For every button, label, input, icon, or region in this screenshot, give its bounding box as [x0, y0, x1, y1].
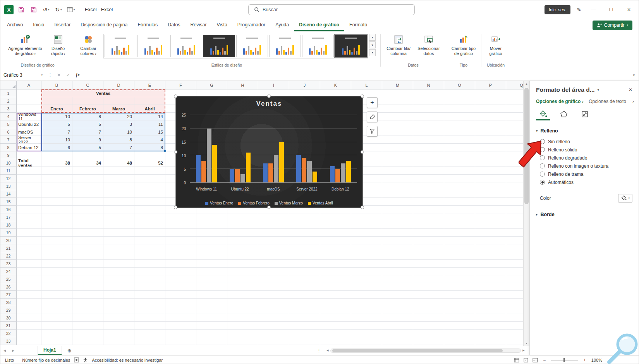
- row-header[interactable]: 16: [0, 206, 17, 213]
- cell[interactable]: [444, 268, 475, 275]
- cell[interactable]: [258, 283, 289, 291]
- fill-color-button[interactable]: ▾: [618, 194, 632, 203]
- ribbon-button-add-chart-element[interactable]: Agregar elemento de gráfico▾: [5, 33, 46, 57]
- cell[interactable]: [413, 167, 444, 175]
- cell[interactable]: 3: [103, 120, 134, 128]
- tab-disposicion-de-pagina[interactable]: Disposición de página: [76, 19, 132, 31]
- cell[interactable]: [227, 283, 258, 291]
- tab-formulas[interactable]: Fórmulas: [133, 19, 163, 31]
- style-thumbnail-5[interactable]: [236, 35, 268, 57]
- row-header[interactable]: 17: [0, 213, 17, 221]
- cell[interactable]: [134, 229, 165, 237]
- formula-bar-grip[interactable]: ⋮: [46, 72, 54, 77]
- zoom-in-button[interactable]: +: [582, 357, 587, 363]
- cell[interactable]: [103, 268, 134, 275]
- cell[interactable]: [17, 175, 41, 182]
- save-as-button[interactable]: [29, 5, 38, 15]
- cell[interactable]: [289, 306, 320, 314]
- bar-ventas-febrero[interactable]: [268, 163, 273, 182]
- cell[interactable]: [413, 237, 444, 244]
- cell[interactable]: [258, 275, 289, 283]
- cell[interactable]: [134, 252, 165, 260]
- cell[interactable]: [196, 314, 227, 322]
- fill-option-relleno-degradado[interactable]: Relleno degradado: [540, 154, 634, 162]
- row-header[interactable]: 31: [0, 322, 17, 330]
- cell[interactable]: [41, 330, 72, 337]
- cell[interactable]: [165, 229, 196, 237]
- cell[interactable]: Ubuntu 22: [17, 120, 41, 128]
- cell[interactable]: [72, 330, 103, 337]
- cell[interactable]: [103, 322, 134, 330]
- cell[interactable]: [196, 229, 227, 237]
- chart-filter-button[interactable]: [367, 126, 378, 137]
- cell[interactable]: [351, 283, 382, 291]
- row-header[interactable]: 26: [0, 283, 17, 291]
- cell[interactable]: [506, 306, 523, 314]
- cell[interactable]: 8: [72, 113, 103, 120]
- row-header[interactable]: 7: [0, 136, 17, 144]
- column-header-p[interactable]: P: [475, 81, 506, 89]
- page-layout-view-icon[interactable]: [523, 358, 529, 362]
- cell[interactable]: [72, 97, 103, 105]
- cell[interactable]: [413, 283, 444, 291]
- cell[interactable]: 6: [41, 144, 72, 151]
- cell[interactable]: [17, 306, 41, 314]
- cell[interactable]: [444, 322, 475, 330]
- cell[interactable]: [413, 182, 444, 190]
- cell[interactable]: [382, 337, 413, 345]
- cell[interactable]: [165, 299, 196, 306]
- column-header-h[interactable]: H: [227, 81, 258, 89]
- row-header[interactable]: 32: [0, 330, 17, 337]
- cell[interactable]: [41, 97, 72, 105]
- bar-ventas-enero[interactable]: [263, 163, 268, 182]
- column-header-a[interactable]: A: [17, 81, 41, 89]
- cell[interactable]: [351, 252, 382, 260]
- cell[interactable]: [413, 206, 444, 213]
- cell[interactable]: [165, 252, 196, 260]
- cell[interactable]: [165, 275, 196, 283]
- cell[interactable]: [72, 206, 103, 213]
- cell[interactable]: [41, 268, 72, 275]
- cell[interactable]: [320, 299, 351, 306]
- cell[interactable]: [506, 252, 523, 260]
- cell[interactable]: [196, 221, 227, 229]
- tab-chart-options[interactable]: Opciones de gráfico ▾: [536, 99, 583, 104]
- cell-ventas-title[interactable]: Ventas: [41, 89, 165, 97]
- cell[interactable]: [320, 306, 351, 314]
- border-section-header[interactable]: ▸ Borde: [536, 212, 634, 217]
- cell[interactable]: 5: [72, 144, 103, 151]
- column-header-l[interactable]: L: [351, 81, 382, 89]
- cell[interactable]: [475, 291, 506, 299]
- cell[interactable]: [227, 237, 258, 244]
- cell[interactable]: [196, 275, 227, 283]
- cell[interactable]: [289, 275, 320, 283]
- accessibility-icon[interactable]: [83, 357, 88, 362]
- cell[interactable]: [506, 229, 523, 237]
- cell[interactable]: [165, 306, 196, 314]
- page-break-view-icon[interactable]: [532, 358, 538, 362]
- cell[interactable]: [382, 330, 413, 337]
- bar-ventas-marzo[interactable]: [274, 155, 278, 182]
- cell[interactable]: [444, 229, 475, 237]
- cell[interactable]: 10: [41, 136, 72, 144]
- row-header[interactable]: 33: [0, 337, 17, 345]
- cell[interactable]: [134, 182, 165, 190]
- cell[interactable]: [475, 275, 506, 283]
- fill-option-sin-relleno[interactable]: Sin relleno: [540, 137, 634, 146]
- cell[interactable]: [258, 330, 289, 337]
- cell[interactable]: [165, 260, 196, 268]
- cell[interactable]: [72, 252, 103, 260]
- cell[interactable]: [351, 244, 382, 252]
- cell[interactable]: [475, 113, 506, 120]
- cell[interactable]: [444, 337, 475, 345]
- cell[interactable]: [444, 306, 475, 314]
- cell[interactable]: [351, 213, 382, 221]
- expand-formula-bar-button[interactable]: ▾: [629, 73, 639, 77]
- cell[interactable]: [382, 229, 413, 237]
- cell[interactable]: [413, 306, 444, 314]
- column-header-n[interactable]: N: [413, 81, 444, 89]
- cell[interactable]: [413, 190, 444, 198]
- cell[interactable]: [382, 260, 413, 268]
- cell[interactable]: [103, 337, 134, 345]
- cell[interactable]: [41, 229, 72, 237]
